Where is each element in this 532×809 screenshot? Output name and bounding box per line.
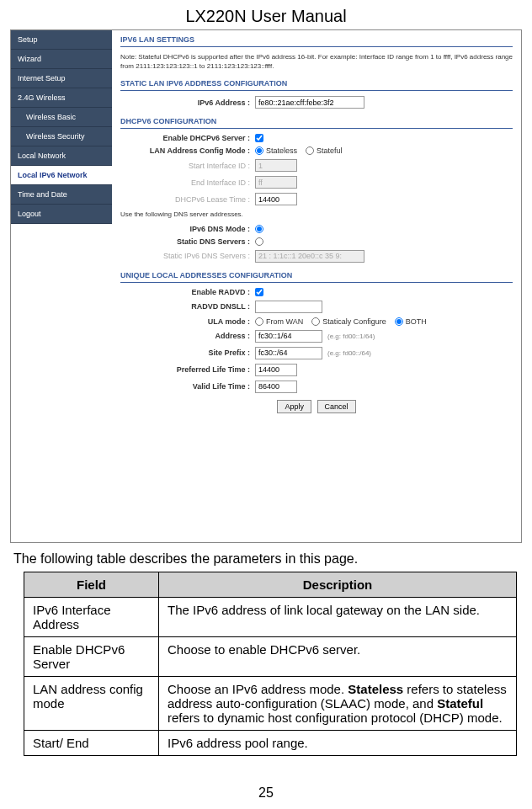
lan-config-stateful-radio[interactable] — [306, 146, 314, 155]
settings-content: IPV6 LAN SETTINGS Note: Stateful DHCPv6 … — [112, 30, 521, 542]
preferred-life-input[interactable] — [255, 364, 297, 376]
sidebar-item-local-ipv6-network[interactable]: Local IPv6 Network — [11, 166, 112, 185]
cancel-button[interactable]: Cancel — [317, 400, 356, 413]
table-intro-text: The following table describes the parame… — [13, 551, 519, 567]
ipv6-address-label: IPv6 Address : — [120, 98, 255, 107]
table-row: Start/ EndIPv6 address pool range. — [24, 731, 517, 756]
preferred-life-label: Preferred Life Time : — [120, 365, 255, 374]
table-header-desc: Description — [159, 572, 517, 598]
ula-from-wan-label: From WAN — [266, 317, 303, 326]
ula-address-hint: (e.g: fd00::1/64) — [327, 333, 375, 340]
sidebar-item-wireless-security[interactable]: Wireless Security — [11, 127, 112, 146]
ula-both-radio[interactable] — [395, 317, 403, 326]
section-ula: UNIQUE LOCAL ADDRESSES CONFIGURATION — [120, 271, 513, 283]
sidebar-item-local-network[interactable]: Local Network — [11, 146, 112, 166]
table-cell-desc: Choose an IPv6 address mode. Stateless r… — [159, 677, 517, 731]
dns-note: Use the following DNS server addresses. — [120, 210, 513, 219]
valid-life-input[interactable] — [255, 381, 297, 393]
lease-time-input[interactable] — [255, 193, 297, 205]
ula-address-input[interactable] — [255, 330, 322, 343]
valid-life-label: Valid Life Time : — [120, 382, 255, 391]
site-prefix-label: Site Prefix : — [120, 349, 255, 357]
page-title: LX220N User Manual — [10, 7, 522, 26]
ula-static-label: Staticaly Configure — [322, 317, 386, 326]
table-cell-field: Enable DHCPv6 Server — [24, 637, 159, 677]
sidebar-item-setup[interactable]: Setup — [11, 30, 112, 50]
static-dns-servers-label: Static DNS Servers : — [120, 237, 255, 246]
sidebar-item-2-4g-wireless[interactable]: 2.4G Wireless — [11, 88, 112, 108]
end-id-input[interactable] — [255, 176, 297, 189]
lease-time-label: DHCPv6 Lease Time : — [120, 195, 255, 204]
ula-address-label: Address : — [120, 332, 255, 340]
lan-config-stateless-label: Stateless — [266, 146, 297, 155]
start-id-input[interactable] — [255, 159, 297, 172]
radvd-dnsll-input[interactable] — [255, 301, 322, 313]
sidebar-item-time-and-date[interactable]: Time and Date — [11, 185, 112, 205]
section-ipv6-lan: IPV6 LAN SETTINGS — [120, 35, 513, 47]
ipv6-address-input[interactable] — [255, 96, 364, 109]
apply-button[interactable]: Apply — [277, 400, 311, 413]
table-cell-field: LAN address config mode — [24, 677, 159, 731]
table-row: Enable DHCPv6 ServerChoose to enable DHC… — [24, 637, 517, 677]
ula-static-radio[interactable] — [311, 317, 320, 326]
end-id-label: End Interface ID : — [120, 178, 255, 187]
parameter-table: Field Description IPv6 Interface Address… — [24, 572, 517, 756]
static-dns-servers-radio[interactable] — [255, 237, 263, 246]
section-dhcp: DHCPV6 CONFIGURATION — [120, 117, 513, 129]
sidebar-item-wireless-basic[interactable]: Wireless Basic — [11, 108, 112, 127]
table-cell-field: IPv6 Interface Address — [24, 598, 159, 637]
ula-both-label: BOTH — [406, 317, 427, 326]
static-ipv6-dns-input[interactable] — [255, 250, 364, 263]
ipv6-dns-mode-label: IPv6 DNS Mode : — [120, 225, 255, 233]
radvd-dnsll-label: RADVD DNSLL : — [120, 302, 255, 311]
section-static-lan: STATIC LAN IPV6 ADDRESS CONFIGURATION — [120, 79, 513, 91]
sidebar-item-wizard[interactable]: Wizard — [11, 50, 112, 69]
lan-config-stateful-label: Stateful — [317, 146, 343, 155]
ula-mode-label: ULA mode : — [120, 317, 255, 326]
table-header-field: Field — [24, 572, 159, 598]
table-cell-desc: IPv6 address pool range. — [159, 731, 517, 756]
lan-config-stateless-radio[interactable] — [255, 146, 263, 155]
router-screenshot: SetupWizardInternet Setup2.4G WirelessWi… — [10, 29, 522, 543]
static-ipv6-dns-label: Static IPv6 DNS Servers : — [120, 252, 255, 260]
site-prefix-input[interactable] — [255, 347, 322, 359]
table-row: IPv6 Interface AddressThe IPv6 address o… — [24, 598, 517, 637]
start-id-label: Start Interface ID : — [120, 162, 255, 170]
table-row: LAN address config modeChoose an IPv6 ad… — [24, 677, 517, 731]
enable-radvd-label: Enable RADVD : — [120, 288, 255, 296]
ipv6-dns-mode-radio[interactable] — [255, 225, 263, 233]
page-number: 25 — [0, 785, 532, 801]
table-cell-desc: The IPv6 address of link local gateway o… — [159, 598, 517, 637]
sidebar-item-logout[interactable]: Logout — [11, 205, 112, 224]
sidebar-nav: SetupWizardInternet Setup2.4G WirelessWi… — [11, 30, 112, 542]
lan-config-mode-label: LAN Address Config Mode : — [120, 146, 255, 155]
ula-from-wan-radio[interactable] — [255, 317, 263, 326]
enable-radvd-checkbox[interactable] — [255, 288, 263, 296]
site-prefix-hint: (e.g: fd00::/64) — [327, 349, 371, 357]
enable-dhcpv6-label: Enable DHCPv6 Server : — [120, 134, 255, 142]
sidebar-item-internet-setup[interactable]: Internet Setup — [11, 69, 112, 88]
enable-dhcpv6-checkbox[interactable] — [255, 134, 263, 142]
table-cell-desc: Choose to enable DHCPv6 server. — [159, 637, 517, 677]
table-cell-field: Start/ End — [24, 731, 159, 756]
lan-note: Note: Stateful DHCPv6 is supported after… — [120, 52, 513, 71]
